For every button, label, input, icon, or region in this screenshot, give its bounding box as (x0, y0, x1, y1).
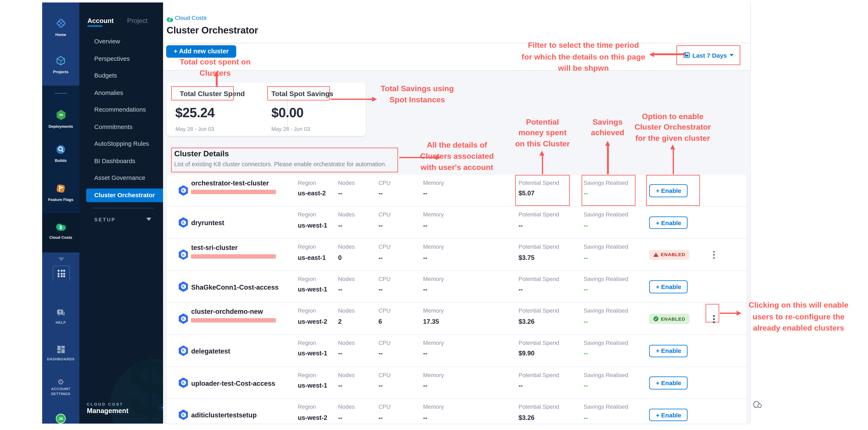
cluster-name: test-sri-cluster (191, 244, 238, 251)
sidebar-item-account-settings[interactable]: ⚙ ACCOUNT SETTINGS (42, 378, 80, 396)
add-new-cluster-button[interactable]: + Add new cluster (166, 45, 236, 58)
submenu-divider (93, 208, 154, 208)
cell-cpu: -- (378, 190, 383, 197)
table-row[interactable]: K uploader-test-Cost-access Region us-we… (167, 367, 746, 399)
enable-button[interactable]: + Enable (649, 216, 688, 229)
column-label-memory: Memory (423, 180, 444, 186)
column-label-region: Region (298, 404, 316, 410)
redacted-text-bar (191, 254, 276, 258)
cell-nodes: 0 (338, 254, 342, 261)
breadcrumb[interactable]: Cloud Costs (175, 14, 207, 21)
brand-module-label: CLOUD COST (87, 402, 123, 406)
sidebar-item-commitments[interactable]: Commitments (94, 121, 132, 133)
sidebar-item-label: Deployments (49, 124, 73, 129)
kebab-menu-icon[interactable] (711, 313, 717, 325)
tab-account[interactable]: Account (87, 17, 114, 24)
tab-project[interactable]: Project (127, 17, 148, 24)
kebab-menu-icon[interactable] (711, 249, 717, 261)
cluster-name: aditiclustertestsetup (191, 411, 257, 419)
sidebar-item-help[interactable]: ? HELP (42, 308, 80, 326)
enable-button[interactable]: + Enable (649, 280, 688, 293)
sidebar-item-label: ACCOUNT (51, 387, 70, 392)
arrow-shaft (720, 312, 737, 314)
column-label-potential-spend: Potential Spend (519, 404, 559, 410)
annotation-box-enable-button (646, 175, 700, 206)
time-filter-annotation-box: Last 7 Days (676, 45, 740, 65)
table-row[interactable]: K orchestrator-test-cluster Region us-ea… (167, 175, 746, 207)
k8s-cluster-icon: K (179, 217, 188, 228)
sidebar-item-perspectives[interactable]: Perspectives (94, 53, 130, 65)
enabled-badge-ok: ✓ENABLED (649, 314, 690, 324)
page-right-edge (750, 2, 751, 424)
sidebar-item-autostopping-rules[interactable]: AutoStopping Rules (94, 138, 149, 150)
enable-button[interactable]: + Enable (649, 377, 688, 389)
column-label-potential-spend: Potential Spend (519, 212, 559, 218)
table-row[interactable]: K test-sri-cluster Region us-east-1 Node… (167, 239, 746, 271)
table-row[interactable]: K dryruntest Region us-west-1 Nodes -- C… (167, 207, 746, 239)
sidebar-item-asset-governance[interactable]: Asset Governance (94, 172, 145, 184)
annotation-box-potential-spend (516, 175, 570, 206)
table-row[interactable]: K delegatetest Region us-west-1 Nodes --… (167, 335, 746, 367)
cluster-name: uploader-test-Cost-access (191, 379, 275, 387)
chevron-down-icon[interactable] (146, 218, 151, 221)
k8s-cluster-icon: K (179, 345, 188, 356)
screenshot-stage: Home Projects ∞ Deployments Builds (0, 0, 868, 430)
cell-savings-realised: -- (584, 222, 588, 229)
sidebar-item-overview[interactable]: Overview (94, 35, 120, 48)
k8s-cluster-icon: K (179, 313, 188, 324)
sidebar-item-cluster-orchestrator[interactable]: Cluster Orchestrator (94, 189, 155, 202)
column-label-nodes: Nodes (338, 244, 355, 250)
redacted-text-bar (191, 318, 276, 322)
sidebar-item-feature-flags[interactable]: Feature Flags (42, 184, 80, 202)
cell-cpu: -- (378, 286, 383, 293)
sidebar-item-builds[interactable]: Builds (42, 145, 80, 163)
annotation-spot-savings: Total Savings using Spot Instances (365, 83, 470, 105)
cell-nodes: -- (338, 350, 342, 357)
cell-region: us-east-2 (298, 190, 326, 197)
annotation-box-cluster-spend (171, 86, 234, 101)
dollar-watermark: $ (128, 342, 163, 424)
cell-memory: -- (423, 286, 427, 293)
column-label-cpu: CPU (378, 180, 391, 186)
column-label-nodes: Nodes (338, 308, 355, 314)
annotation-box-spot-savings (267, 86, 330, 101)
sidebar-item-cloud-costs[interactable]: $ Cloud Costs (42, 223, 80, 240)
total-cluster-spend-value: $25.24 (175, 105, 215, 121)
setup-section-label[interactable]: SETUP (94, 217, 116, 223)
k8s-cluster-icon: K (179, 409, 188, 420)
sidebar-item-label: HELP (56, 320, 66, 326)
column-label-cpu: CPU (378, 340, 391, 346)
arrow-shaft (607, 145, 609, 174)
sidebar-item-label: DASHBOARDS (47, 357, 74, 362)
avatar[interactable]: JB (56, 414, 66, 424)
sidebar-item-deployments[interactable]: ∞ Deployments (42, 109, 80, 129)
cell-nodes: -- (338, 286, 342, 293)
column-label-memory: Memory (423, 308, 444, 314)
sidebar-item-projects[interactable]: Projects (42, 56, 80, 74)
chat-bubble-icon[interactable] (753, 401, 762, 412)
cell-memory: -- (423, 222, 427, 229)
user-avatar-item[interactable]: JB (42, 414, 80, 424)
sidebar-item-bi-dashboards[interactable]: BI Dashboards (94, 155, 135, 167)
chevron-down-icon[interactable] (58, 257, 64, 261)
column-label-savings-realised: Savings Realised (584, 212, 628, 218)
enable-button[interactable]: + Enable (649, 409, 688, 421)
sidebar-item-recommendations[interactable]: Recommendations (94, 103, 146, 116)
sidebar-item-budgets[interactable]: Budgets (94, 69, 117, 82)
sidebar-item-dashboards[interactable]: DASHBOARDS (42, 345, 80, 362)
table-row[interactable]: K aditiclustertestsetup Region us-west-2… (167, 399, 746, 424)
cell-region: us-east-1 (298, 254, 326, 261)
cell-cpu: -- (378, 382, 383, 389)
column-label-potential-spend: Potential Spend (519, 340, 559, 346)
sidebar-item-home[interactable]: Home (42, 18, 80, 37)
sidebar-item-anomalies[interactable]: Anomalies (94, 87, 123, 99)
table-row[interactable]: K cluster-orchdemo-new Region us-west-2 … (167, 303, 746, 335)
date-range-picker[interactable]: Last 7 Days (692, 52, 727, 59)
total-spot-savings-value: $0.00 (271, 105, 303, 121)
enable-button[interactable]: + Enable (649, 345, 688, 357)
cell-memory: -- (423, 350, 427, 357)
table-row[interactable]: K ShaGkeConn1-Cost-access Region us-west… (167, 271, 746, 303)
k8s-cluster-icon: K (179, 249, 188, 260)
module-browser-button[interactable] (53, 266, 70, 281)
arrow-shaft (399, 157, 436, 158)
